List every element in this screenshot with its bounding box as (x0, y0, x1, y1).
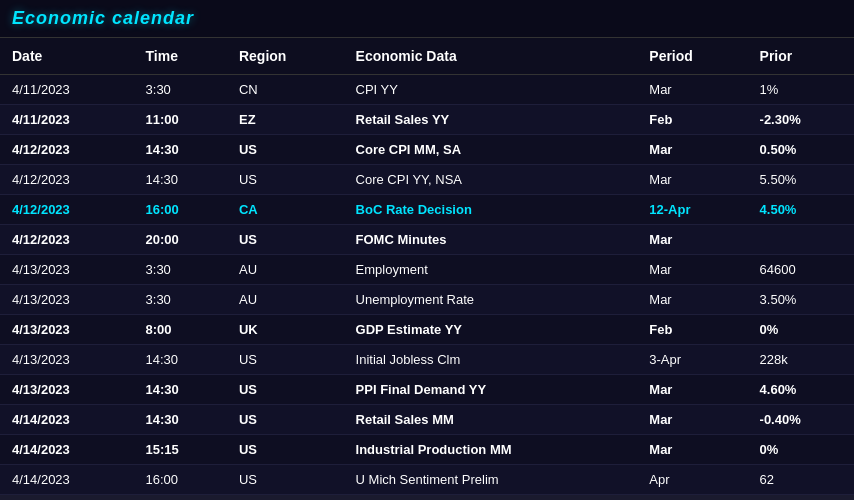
date-cell: 4/13/2023 (0, 345, 134, 375)
time-cell: 20:00 (134, 225, 227, 255)
region-cell: US (227, 435, 344, 465)
col-header-prior: Prior (748, 38, 854, 75)
period-cell: 3-Apr (637, 345, 747, 375)
prior-cell: 0% (748, 435, 854, 465)
time-cell: 3:30 (134, 75, 227, 105)
prior-cell (748, 225, 854, 255)
region-cell: CN (227, 75, 344, 105)
prior-cell: 3.50% (748, 285, 854, 315)
region-cell: CA (227, 195, 344, 225)
econ-data-cell: FOMC Minutes (344, 225, 638, 255)
econ-data-cell: Unemployment Rate (344, 285, 638, 315)
time-cell: 14:30 (134, 165, 227, 195)
econ-data-cell: CPI YY (344, 75, 638, 105)
time-cell: 3:30 (134, 285, 227, 315)
econ-data-cell: Retail Sales MM (344, 405, 638, 435)
col-header-time: Time (134, 38, 227, 75)
period-cell: Mar (637, 135, 747, 165)
prior-cell: 4.50% (748, 195, 854, 225)
date-cell: 4/13/2023 (0, 285, 134, 315)
period-cell: Feb (637, 105, 747, 135)
econ-data-cell: Employment (344, 255, 638, 285)
date-cell: 4/13/2023 (0, 315, 134, 345)
region-cell: US (227, 225, 344, 255)
time-cell: 14:30 (134, 135, 227, 165)
period-cell: 12-Apr (637, 195, 747, 225)
date-cell: 4/14/2023 (0, 465, 134, 495)
period-cell: Mar (637, 255, 747, 285)
title-bar: Economic calendar (0, 0, 854, 38)
time-cell: 16:00 (134, 195, 227, 225)
date-cell: 4/12/2023 (0, 165, 134, 195)
time-cell: 14:30 (134, 405, 227, 435)
prior-cell: 5.50% (748, 165, 854, 195)
period-cell: Feb (637, 315, 747, 345)
econ-data-cell: GDP Estimate YY (344, 315, 638, 345)
table-row: 4/14/202316:00USU Mich Sentiment PrelimA… (0, 465, 854, 495)
prior-cell: 4.60% (748, 375, 854, 405)
econ-data-cell: Core CPI YY, NSA (344, 165, 638, 195)
region-cell: US (227, 405, 344, 435)
region-cell: US (227, 345, 344, 375)
table-row: 4/13/20233:30AUEmploymentMar64600 (0, 255, 854, 285)
date-cell: 4/11/2023 (0, 75, 134, 105)
table-row: 4/12/202320:00USFOMC MinutesMar (0, 225, 854, 255)
page-title: Economic calendar (12, 8, 842, 29)
period-cell: Mar (637, 165, 747, 195)
period-cell: Mar (637, 285, 747, 315)
prior-cell: 0.50% (748, 135, 854, 165)
table-row: 4/14/202314:30USRetail Sales MMMar-0.40% (0, 405, 854, 435)
region-cell: US (227, 465, 344, 495)
table-row: 4/12/202316:00CABoC Rate Decision12-Apr4… (0, 195, 854, 225)
table-row: 4/11/202311:00EZRetail Sales YYFeb-2.30% (0, 105, 854, 135)
prior-cell: -2.30% (748, 105, 854, 135)
table-row: 4/11/20233:30CNCPI YYMar1% (0, 75, 854, 105)
table-header-row: Date Time Region Economic Data Period Pr… (0, 38, 854, 75)
time-cell: 14:30 (134, 375, 227, 405)
date-cell: 4/13/2023 (0, 375, 134, 405)
table-row: 4/14/202315:15USIndustrial Production MM… (0, 435, 854, 465)
econ-data-cell: U Mich Sentiment Prelim (344, 465, 638, 495)
col-header-region: Region (227, 38, 344, 75)
date-cell: 4/12/2023 (0, 225, 134, 255)
col-header-econ-data: Economic Data (344, 38, 638, 75)
time-cell: 16:00 (134, 465, 227, 495)
econ-data-cell: Industrial Production MM (344, 435, 638, 465)
economic-calendar-table: Date Time Region Economic Data Period Pr… (0, 38, 854, 495)
table-body: 4/11/20233:30CNCPI YYMar1%4/11/202311:00… (0, 75, 854, 495)
date-cell: 4/12/2023 (0, 195, 134, 225)
time-cell: 15:15 (134, 435, 227, 465)
date-cell: 4/14/2023 (0, 435, 134, 465)
time-cell: 11:00 (134, 105, 227, 135)
period-cell: Mar (637, 405, 747, 435)
col-header-period: Period (637, 38, 747, 75)
prior-cell: 62 (748, 465, 854, 495)
econ-data-cell: Initial Jobless Clm (344, 345, 638, 375)
period-cell: Mar (637, 225, 747, 255)
table-row: 4/13/202314:30USInitial Jobless Clm3-Apr… (0, 345, 854, 375)
time-cell: 3:30 (134, 255, 227, 285)
period-cell: Mar (637, 375, 747, 405)
time-cell: 14:30 (134, 345, 227, 375)
region-cell: EZ (227, 105, 344, 135)
table-row: 4/13/202314:30USPPI Final Demand YYMar4.… (0, 375, 854, 405)
prior-cell: -0.40% (748, 405, 854, 435)
econ-data-cell: Retail Sales YY (344, 105, 638, 135)
econ-data-cell: BoC Rate Decision (344, 195, 638, 225)
period-cell: Mar (637, 435, 747, 465)
prior-cell: 228k (748, 345, 854, 375)
region-cell: US (227, 165, 344, 195)
region-cell: UK (227, 315, 344, 345)
econ-data-cell: Core CPI MM, SA (344, 135, 638, 165)
date-cell: 4/12/2023 (0, 135, 134, 165)
region-cell: US (227, 135, 344, 165)
prior-cell: 64600 (748, 255, 854, 285)
period-cell: Mar (637, 75, 747, 105)
region-cell: AU (227, 285, 344, 315)
col-header-date: Date (0, 38, 134, 75)
region-cell: AU (227, 255, 344, 285)
prior-cell: 0% (748, 315, 854, 345)
region-cell: US (227, 375, 344, 405)
table-row: 4/12/202314:30USCore CPI MM, SAMar0.50% (0, 135, 854, 165)
prior-cell: 1% (748, 75, 854, 105)
